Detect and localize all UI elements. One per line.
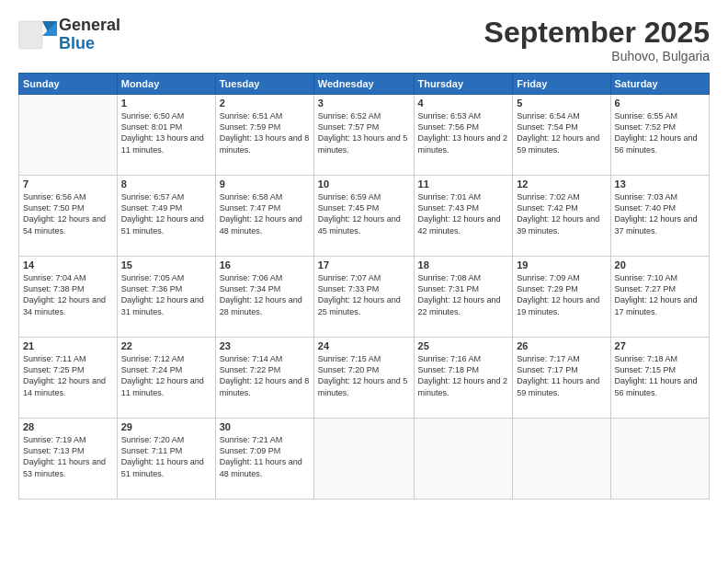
day-number: 23 — [220, 340, 310, 351]
day-number: 10 — [318, 178, 410, 190]
calendar-week-row: 1 Sunrise: 6:50 AMSunset: 8:01 PMDayligh… — [19, 95, 710, 176]
day-number: 28 — [23, 421, 113, 432]
cell-info: Sunrise: 7:03 AMSunset: 7:40 PMDaylight:… — [615, 192, 698, 235]
day-number: 6 — [615, 98, 705, 109]
day-number: 30 — [220, 421, 310, 432]
cell-info: Sunrise: 6:59 AMSunset: 7:45 PMDaylight:… — [318, 192, 401, 235]
location: Buhovo, Bulgaria — [484, 49, 710, 63]
cell-info: Sunrise: 7:10 AMSunset: 7:27 PMDaylight:… — [615, 273, 698, 316]
calendar-week-row: 28 Sunrise: 7:19 AMSunset: 7:13 PMDaylig… — [19, 419, 710, 500]
calendar-header-row: Sunday Monday Tuesday Wednesday Thursday… — [19, 74, 710, 95]
page: General Blue September 2025 Buhovo, Bulg… — [0, 0, 728, 563]
cell-info: Sunrise: 7:19 AMSunset: 7:13 PMDaylight:… — [23, 435, 106, 477]
cell-info: Sunrise: 7:01 AMSunset: 7:43 PMDaylight:… — [418, 192, 501, 235]
cell-info: Sunrise: 6:56 AMSunset: 7:50 PMDaylight:… — [23, 192, 106, 235]
table-row: 15 Sunrise: 7:05 AMSunset: 7:36 PMDaylig… — [117, 257, 215, 338]
table-row: 7 Sunrise: 6:56 AMSunset: 7:50 PMDayligh… — [19, 176, 118, 257]
table-row — [610, 419, 709, 500]
col-saturday: Saturday — [610, 74, 709, 95]
table-row: 26 Sunrise: 7:17 AMSunset: 7:17 PMDaylig… — [513, 338, 610, 419]
table-row: 29 Sunrise: 7:20 AMSunset: 7:11 PMDaylig… — [117, 419, 215, 500]
table-row: 5 Sunrise: 6:54 AMSunset: 7:54 PMDayligh… — [513, 95, 610, 176]
table-row: 13 Sunrise: 7:03 AMSunset: 7:40 PMDaylig… — [610, 176, 709, 257]
cell-info: Sunrise: 7:04 AMSunset: 7:38 PMDaylight:… — [23, 273, 106, 316]
cell-info: Sunrise: 7:21 AMSunset: 7:09 PMDaylight:… — [220, 435, 302, 477]
logo: General Blue — [18, 17, 120, 53]
cell-info: Sunrise: 7:06 AMSunset: 7:34 PMDaylight:… — [220, 273, 302, 316]
table-row — [313, 419, 414, 500]
cell-info: Sunrise: 7:11 AMSunset: 7:25 PMDaylight:… — [23, 354, 106, 396]
day-number: 15 — [121, 259, 211, 270]
table-row: 19 Sunrise: 7:09 AMSunset: 7:29 PMDaylig… — [513, 257, 610, 338]
col-thursday: Thursday — [414, 74, 513, 95]
cell-info: Sunrise: 7:14 AMSunset: 7:22 PMDaylight:… — [220, 354, 310, 396]
day-number: 26 — [517, 340, 606, 351]
table-row: 16 Sunrise: 7:06 AMSunset: 7:34 PMDaylig… — [215, 257, 313, 338]
calendar-week-row: 7 Sunrise: 6:56 AMSunset: 7:50 PMDayligh… — [19, 176, 710, 257]
cell-info: Sunrise: 7:07 AMSunset: 7:33 PMDaylight:… — [318, 273, 401, 316]
header: General Blue September 2025 Buhovo, Bulg… — [18, 17, 710, 63]
day-number: 5 — [517, 98, 606, 109]
table-row: 17 Sunrise: 7:07 AMSunset: 7:33 PMDaylig… — [313, 257, 414, 338]
day-number: 4 — [418, 98, 509, 109]
day-number: 14 — [23, 259, 113, 270]
table-row: 2 Sunrise: 6:51 AMSunset: 7:59 PMDayligh… — [215, 95, 313, 176]
svg-rect-0 — [18, 21, 42, 49]
cell-info: Sunrise: 7:05 AMSunset: 7:36 PMDaylight:… — [121, 273, 204, 316]
calendar-table: Sunday Monday Tuesday Wednesday Thursday… — [18, 73, 710, 500]
table-row: 12 Sunrise: 7:02 AMSunset: 7:42 PMDaylig… — [513, 176, 610, 257]
table-row: 8 Sunrise: 6:57 AMSunset: 7:49 PMDayligh… — [117, 176, 215, 257]
table-row: 6 Sunrise: 6:55 AMSunset: 7:52 PMDayligh… — [610, 95, 709, 176]
table-row: 27 Sunrise: 7:18 AMSunset: 7:15 PMDaylig… — [610, 338, 709, 419]
table-row — [414, 419, 513, 500]
day-number: 21 — [23, 340, 113, 351]
table-row: 3 Sunrise: 6:52 AMSunset: 7:57 PMDayligh… — [313, 95, 414, 176]
logo-general-text: General — [59, 17, 120, 35]
calendar-week-row: 21 Sunrise: 7:11 AMSunset: 7:25 PMDaylig… — [19, 338, 710, 419]
day-number: 2 — [220, 98, 310, 109]
cell-info: Sunrise: 6:55 AMSunset: 7:52 PMDaylight:… — [615, 111, 698, 154]
cell-info: Sunrise: 6:52 AMSunset: 7:57 PMDaylight:… — [318, 111, 408, 154]
col-sunday: Sunday — [19, 74, 118, 95]
logo-icon — [18, 17, 57, 52]
month-title: September 2025 — [484, 17, 710, 49]
title-block: September 2025 Buhovo, Bulgaria — [484, 17, 710, 63]
day-number: 12 — [517, 178, 606, 190]
cell-info: Sunrise: 7:12 AMSunset: 7:24 PMDaylight:… — [121, 354, 204, 396]
col-monday: Monday — [117, 74, 215, 95]
col-friday: Friday — [513, 74, 610, 95]
table-row: 24 Sunrise: 7:15 AMSunset: 7:20 PMDaylig… — [313, 338, 414, 419]
cell-info: Sunrise: 7:20 AMSunset: 7:11 PMDaylight:… — [121, 435, 204, 477]
cell-info: Sunrise: 7:17 AMSunset: 7:17 PMDaylight:… — [517, 354, 599, 396]
table-row: 23 Sunrise: 7:14 AMSunset: 7:22 PMDaylig… — [215, 338, 313, 419]
day-number: 29 — [121, 421, 211, 432]
cell-info: Sunrise: 6:54 AMSunset: 7:54 PMDaylight:… — [517, 111, 599, 154]
day-number: 8 — [121, 178, 211, 190]
day-number: 18 — [418, 259, 509, 270]
day-number: 16 — [220, 259, 310, 270]
cell-info: Sunrise: 6:58 AMSunset: 7:47 PMDaylight:… — [220, 192, 302, 235]
table-row: 18 Sunrise: 7:08 AMSunset: 7:31 PMDaylig… — [414, 257, 513, 338]
col-tuesday: Tuesday — [215, 74, 313, 95]
calendar-week-row: 14 Sunrise: 7:04 AMSunset: 7:38 PMDaylig… — [19, 257, 710, 338]
table-row: 28 Sunrise: 7:19 AMSunset: 7:13 PMDaylig… — [19, 419, 118, 500]
table-row: 10 Sunrise: 6:59 AMSunset: 7:45 PMDaylig… — [313, 176, 414, 257]
table-row: 1 Sunrise: 6:50 AMSunset: 8:01 PMDayligh… — [117, 95, 215, 176]
table-row: 14 Sunrise: 7:04 AMSunset: 7:38 PMDaylig… — [19, 257, 118, 338]
table-row — [19, 95, 118, 176]
table-row: 20 Sunrise: 7:10 AMSunset: 7:27 PMDaylig… — [610, 257, 709, 338]
cell-info: Sunrise: 6:57 AMSunset: 7:49 PMDaylight:… — [121, 192, 204, 235]
cell-info: Sunrise: 7:18 AMSunset: 7:15 PMDaylight:… — [615, 354, 698, 396]
col-wednesday: Wednesday — [313, 74, 414, 95]
logo-blue-text: Blue — [59, 35, 120, 53]
day-number: 22 — [121, 340, 211, 351]
cell-info: Sunrise: 7:08 AMSunset: 7:31 PMDaylight:… — [418, 273, 501, 316]
logo-text: General Blue — [59, 17, 120, 53]
cell-info: Sunrise: 6:51 AMSunset: 7:59 PMDaylight:… — [220, 111, 310, 154]
day-number: 27 — [615, 340, 705, 351]
day-number: 3 — [318, 98, 410, 109]
day-number: 25 — [418, 340, 509, 351]
table-row: 4 Sunrise: 6:53 AMSunset: 7:56 PMDayligh… — [414, 95, 513, 176]
cell-info: Sunrise: 6:53 AMSunset: 7:56 PMDaylight:… — [418, 111, 508, 154]
day-number: 11 — [418, 178, 509, 190]
